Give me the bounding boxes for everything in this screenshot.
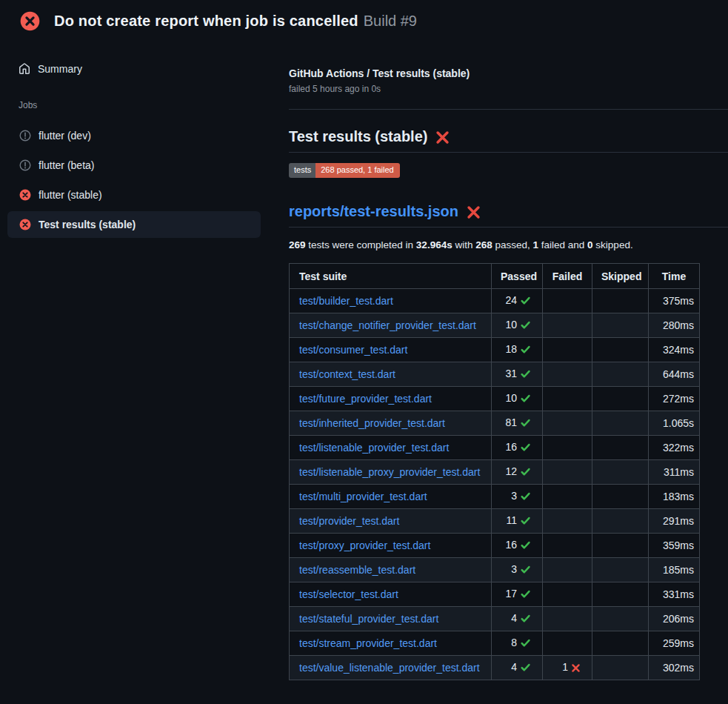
table-row: test/listenable_proxy_provider_test.dart… bbox=[290, 460, 700, 485]
time-cell: 272ms bbox=[649, 387, 700, 411]
time-cell: 324ms bbox=[649, 338, 700, 362]
time-cell: 185ms bbox=[649, 558, 700, 582]
col-time: Time bbox=[649, 264, 700, 289]
failed-cell bbox=[543, 460, 592, 485]
test-suite-link[interactable]: test/change_notifier_provider_test.dart bbox=[299, 319, 476, 331]
sidebar-summary-label: Summary bbox=[38, 63, 82, 75]
test-suite-link[interactable]: test/stateful_provider_test.dart bbox=[299, 613, 438, 625]
passed-cell: 31 bbox=[492, 362, 543, 387]
check-icon bbox=[520, 393, 531, 406]
skipped-cell bbox=[592, 411, 649, 436]
col-test-suite: Test suite bbox=[290, 264, 492, 289]
failed-cell bbox=[543, 338, 592, 362]
check-icon bbox=[520, 442, 531, 455]
table-row: test/context_test.dart 31 644ms bbox=[290, 362, 700, 387]
skipped-cell bbox=[592, 558, 649, 582]
time-cell: 375ms bbox=[649, 289, 700, 313]
skipped-cell bbox=[592, 656, 649, 680]
failed-cell bbox=[543, 387, 592, 411]
table-row: test/stateful_provider_test.dart 4 206ms bbox=[290, 607, 700, 631]
test-suite-link[interactable]: test/builder_test.dart bbox=[299, 295, 393, 307]
run-status-text: failed 5 hours ago in 0s bbox=[289, 84, 728, 94]
skipped-cell bbox=[592, 387, 649, 411]
skipped-cell bbox=[592, 534, 649, 558]
x-circle-fill-icon bbox=[19, 219, 31, 230]
failed-cell bbox=[543, 607, 592, 631]
sidebar-job-item[interactable]: Test results (stable) bbox=[7, 211, 261, 238]
test-suite-link[interactable]: test/value_listenable_provider_test.dart bbox=[299, 662, 480, 674]
tests-badge: tests 268 passed, 1 failed bbox=[289, 163, 400, 178]
tests-summary-sentence: 269 tests were completed in 32.964s with… bbox=[289, 239, 728, 250]
test-suite-link[interactable]: test/proxy_provider_test.dart bbox=[299, 539, 430, 551]
test-suite-link[interactable]: test/provider_test.dart bbox=[299, 515, 399, 527]
test-suite-link[interactable]: test/future_provider_test.dart bbox=[299, 393, 432, 405]
check-icon bbox=[520, 515, 531, 528]
test-suite-link[interactable]: test/selector_test.dart bbox=[299, 588, 398, 600]
failed-cell bbox=[543, 436, 592, 460]
time-cell: 291ms bbox=[649, 509, 700, 534]
table-row: test/proxy_provider_test.dart 16 359ms bbox=[290, 534, 700, 558]
skipped-cell bbox=[592, 460, 649, 485]
report-heading: reports/test-results.json bbox=[289, 202, 728, 228]
test-suite-link[interactable]: test/consumer_test.dart bbox=[299, 344, 407, 356]
check-icon bbox=[520, 466, 531, 479]
table-header-row: Test suite Passed Failed Skipped Time bbox=[290, 264, 700, 289]
passed-cell: 17 bbox=[492, 582, 543, 607]
check-icon bbox=[520, 491, 531, 504]
passed-cell: 3 bbox=[492, 558, 543, 582]
passed-cell: 12 bbox=[492, 460, 543, 485]
alert-circle-icon bbox=[19, 159, 31, 171]
passed-cell: 11 bbox=[492, 509, 543, 534]
sidebar-job-item[interactable]: flutter (stable) bbox=[7, 180, 261, 210]
check-icon bbox=[520, 588, 531, 602]
skipped-cell bbox=[592, 607, 649, 631]
table-row: test/future_provider_test.dart 10 272ms bbox=[290, 387, 700, 411]
home-icon bbox=[19, 63, 30, 75]
passed-cell: 10 bbox=[492, 387, 543, 411]
failed-cell bbox=[543, 313, 592, 338]
x-icon bbox=[571, 663, 581, 675]
sidebar-job-item[interactable]: flutter (beta) bbox=[7, 150, 261, 180]
table-row: test/listenable_provider_test.dart 16 32… bbox=[290, 436, 700, 460]
time-cell: 644ms bbox=[649, 362, 700, 387]
failed-cell: 1 bbox=[543, 656, 592, 680]
failed-x-icon bbox=[435, 130, 450, 145]
test-suite-link[interactable]: test/multi_provider_test.dart bbox=[299, 491, 427, 502]
sidebar-item-summary[interactable]: Summary bbox=[7, 57, 261, 81]
x-circle-fill-icon bbox=[20, 11, 40, 31]
failed-cell bbox=[543, 362, 592, 387]
skipped-cell bbox=[592, 436, 649, 460]
table-row: test/inherited_provider_test.dart 81 1.0… bbox=[290, 411, 700, 436]
skipped-cell bbox=[592, 362, 649, 387]
passed-cell: 18 bbox=[492, 338, 543, 362]
table-row: test/stream_provider_test.dart 8 259ms bbox=[290, 631, 700, 656]
tests-badge-label: tests bbox=[289, 163, 315, 178]
test-suite-link[interactable]: test/stream_provider_test.dart bbox=[299, 637, 437, 649]
check-icon bbox=[520, 539, 531, 553]
skipped-cell bbox=[592, 289, 649, 313]
divider bbox=[289, 109, 728, 110]
test-suite-link[interactable]: test/inherited_provider_test.dart bbox=[299, 417, 445, 429]
jobs-list: flutter (dev) flutter (beta) flutter (st… bbox=[7, 121, 261, 238]
passed-cell: 10 bbox=[492, 313, 543, 338]
time-cell: 322ms bbox=[649, 436, 700, 460]
failed-cell bbox=[543, 558, 592, 582]
skipped-cell bbox=[592, 338, 649, 362]
report-link[interactable]: reports/test-results.json bbox=[289, 202, 458, 220]
test-suite-link[interactable]: test/context_test.dart bbox=[299, 368, 395, 380]
check-icon bbox=[520, 417, 531, 431]
failed-cell bbox=[543, 509, 592, 534]
passed-cell: 16 bbox=[492, 436, 543, 460]
skipped-cell bbox=[592, 313, 649, 338]
skipped-cell bbox=[592, 631, 649, 656]
alert-circle-icon bbox=[19, 130, 31, 142]
test-suite-link[interactable]: test/listenable_provider_test.dart bbox=[299, 442, 449, 454]
test-suite-link[interactable]: test/listenable_proxy_provider_test.dart bbox=[299, 466, 480, 478]
passed-cell: 24 bbox=[492, 289, 543, 313]
test-suite-link[interactable]: test/reassemble_test.dart bbox=[299, 564, 415, 576]
table-row: test/value_listenable_provider_test.dart… bbox=[290, 656, 700, 680]
time-cell: 259ms bbox=[649, 631, 700, 656]
build-number: Build #9 bbox=[364, 13, 417, 29]
sidebar-job-item[interactable]: flutter (dev) bbox=[7, 121, 261, 150]
jobs-section-label: Jobs bbox=[19, 100, 261, 110]
